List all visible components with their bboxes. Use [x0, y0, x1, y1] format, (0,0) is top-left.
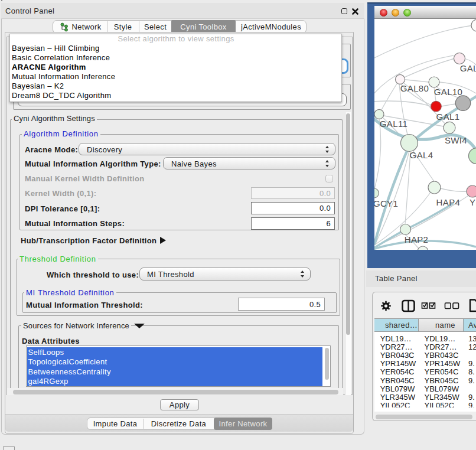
svg-text:YM: YM — [470, 197, 476, 207]
svg-text:GAL4: GAL4 — [410, 150, 433, 160]
svg-text:GAL80: GAL80 — [400, 83, 429, 93]
svg-text:HAP2: HAP2 — [405, 234, 429, 244]
svg-text:GCY1: GCY1 — [374, 198, 398, 208]
svg-text:HAP4: HAP4 — [436, 197, 461, 207]
svg-text:GAL: GAL — [460, 63, 476, 73]
svg-text:SWI4: SWI4 — [445, 135, 467, 145]
svg-text:GAL11: GAL11 — [380, 119, 407, 129]
svg-text:GAL10: GAL10 — [434, 87, 462, 97]
svg-text:GAL1: GAL1 — [436, 112, 460, 122]
